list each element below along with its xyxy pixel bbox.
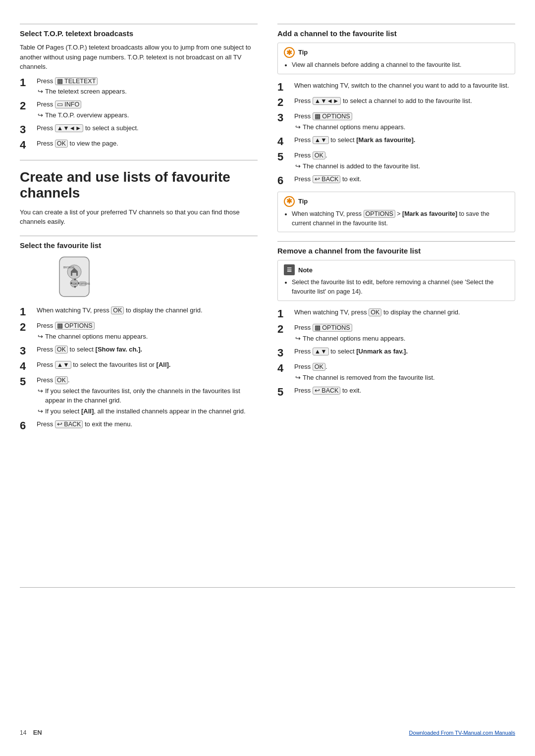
add-num-6: 6 bbox=[277, 175, 291, 187]
nav-sfav-4: ▲▼ bbox=[55, 361, 71, 369]
rem-num-4: 4 bbox=[277, 362, 291, 374]
add-content-5: Press OK. The channel is added to the fa… bbox=[294, 151, 515, 171]
rem-text-1: When watching TV, press bbox=[294, 308, 369, 316]
step-add-1: 1 When watching TV, switch to the channe… bbox=[277, 81, 515, 93]
create-fav-body: You can create a list of your preferred … bbox=[20, 207, 258, 227]
step-content-2: Press ▭ INFO The T.O.P. overview appears… bbox=[37, 100, 258, 120]
top-teletext-title: Select T.O.P. teletext broadcasts bbox=[20, 29, 258, 38]
sfav-text-6: Press bbox=[37, 420, 55, 428]
divider-create bbox=[20, 160, 258, 160]
note-item-1: Select the favourite list to edit, befor… bbox=[292, 278, 509, 297]
sfav-bold-3: [Show fav. ch.]. bbox=[96, 346, 142, 353]
add-text-5: Press bbox=[294, 151, 313, 159]
tip-icon-2: ✱ bbox=[284, 196, 295, 207]
footer-link[interactable]: Downloaded From TV-Manual.com Manuals bbox=[409, 730, 515, 736]
step-teletext-2: 2 Press ▭ INFO The T.O.P. overview appea… bbox=[20, 100, 258, 120]
step-text-1: Press bbox=[37, 77, 55, 85]
select-fav-steps: 1 When watching TV, press OK to display … bbox=[20, 306, 258, 432]
options-add-3: ▩ OPTIONS bbox=[313, 112, 352, 120]
options-sfav-2: ▩ OPTIONS bbox=[55, 322, 95, 330]
svg-rect-3 bbox=[72, 273, 76, 276]
sfav-num-1: 1 bbox=[20, 306, 34, 318]
right-column: Add a channel to the favourite list ✱ Ti… bbox=[277, 15, 515, 572]
sfav-arrow-2 bbox=[38, 332, 43, 342]
sfav-suffix-3: to select bbox=[68, 346, 96, 353]
options-rem-2: ▩ OPTIONS bbox=[313, 324, 352, 332]
sfav-content-3: Press OK to select [Show fav. ch.]. bbox=[37, 345, 258, 354]
top-teletext-body: Table Of Pages (T.O.P.) teletext broadca… bbox=[20, 43, 258, 72]
svg-text:◄: ◄ bbox=[69, 281, 73, 285]
add-content-1: When watching TV, switch to the channel … bbox=[294, 81, 515, 91]
step-teletext-1: 1 Press ▩ TELETEXT The teletext screen a… bbox=[20, 77, 258, 97]
nav-rem-3: ▲▼ bbox=[313, 348, 329, 355]
ok-add-5: OK bbox=[313, 151, 325, 159]
step-num-1: 1 bbox=[20, 77, 34, 89]
arrow-2 bbox=[38, 111, 43, 120]
sfav-num-4: 4 bbox=[20, 360, 34, 372]
back-rem-5: ↩ BACK bbox=[313, 387, 341, 395]
ok-sfav-5: OK bbox=[55, 376, 68, 384]
rem-sub-4: The channel is removed from the favourit… bbox=[295, 373, 515, 383]
add-content-4: Press ▲▼ to select [Mark as favourite]. bbox=[294, 136, 515, 145]
rem-content-1: When watching TV, press OK to display th… bbox=[294, 308, 515, 317]
sfav-text-2: Press bbox=[37, 322, 55, 329]
arrow-1 bbox=[38, 87, 43, 97]
rem-content-4: Press OK. The channel is removed from th… bbox=[294, 362, 515, 383]
rem-suffix-3: to select bbox=[329, 348, 357, 355]
nav-add-2: ▲▼◄► bbox=[313, 97, 341, 105]
nav-btn-3: ▲▼◄► bbox=[55, 124, 84, 132]
tip-box-2: ✱ Tip When watching TV, press OPTIONS > … bbox=[277, 192, 515, 233]
add-suffix-5: . bbox=[325, 151, 327, 159]
svg-text:OPTIONS: OPTIONS bbox=[80, 283, 90, 285]
add-suffix-2: to select a channel to add to the favour… bbox=[341, 97, 472, 104]
add-sub-text-3: The channel options menu appears. bbox=[303, 123, 405, 132]
rem-num-1: 1 bbox=[277, 308, 291, 320]
step-num-2: 2 bbox=[20, 100, 34, 112]
note-header: ☰ Note bbox=[284, 264, 509, 275]
step-suffix-3: to select a subject. bbox=[83, 124, 138, 132]
ok-sfav-3: OK bbox=[55, 346, 68, 353]
step-add-3: 3 Press ▩ OPTIONS The channel options me… bbox=[277, 112, 515, 132]
rem-num-2: 2 bbox=[277, 323, 291, 335]
tip-item-2-1: When watching TV, press OPTIONS > [Mark … bbox=[292, 209, 509, 228]
add-content-3: Press ▩ OPTIONS The channel options menu… bbox=[294, 112, 515, 132]
remove-fav-title: Remove a channel from the favourite list bbox=[277, 247, 515, 255]
rem-bold-3: [Unmark as fav.]. bbox=[356, 348, 408, 355]
teletext-btn: ▩ TELETEXT bbox=[55, 77, 98, 85]
add-text-4: Press bbox=[294, 136, 313, 144]
step-fav-4: 4 Press ▲▼ to select the favourites list… bbox=[20, 360, 258, 372]
sfav-content-2: Press ▩ OPTIONS The channel options menu… bbox=[37, 321, 258, 342]
step-fav-5: 5 Press OK. If you select the favourites… bbox=[20, 376, 258, 416]
step-teletext-3: 3 Press ▲▼◄► to select a subject. bbox=[20, 124, 258, 136]
sfav-bold-4: [All]. bbox=[157, 361, 171, 368]
sfav-suffix-4: to select the favourites list or bbox=[71, 361, 157, 368]
nav-add-4: ▲▼ bbox=[313, 136, 329, 144]
svg-text:▼: ▼ bbox=[73, 285, 77, 289]
step-rem-2: 2 Press ▩ OPTIONS The channel options me… bbox=[277, 323, 515, 344]
back-add-6: ↩ BACK bbox=[313, 175, 341, 183]
options-tip2: OPTIONS bbox=[364, 210, 395, 218]
sfav-content-5: Press OK. If you select the favourites l… bbox=[37, 376, 258, 416]
tip-label-2: Tip bbox=[298, 197, 308, 206]
create-fav-title: Create and use lists of favourite channe… bbox=[20, 169, 258, 201]
add-text-1: When watching TV, switch to the channel … bbox=[294, 82, 509, 89]
sfav-num-6: 6 bbox=[20, 420, 34, 432]
rem-text-4: Press bbox=[294, 363, 313, 370]
sfav-text-1: When watching TV, press bbox=[37, 306, 111, 314]
rem-content-2: Press ▩ OPTIONS The channel options menu… bbox=[294, 323, 515, 344]
add-content-6: Press ↩ BACK to exit. bbox=[294, 175, 515, 184]
remove-fav-steps: 1 When watching TV, press OK to display … bbox=[277, 308, 515, 398]
add-fav-title: Add a channel to the favourite list bbox=[277, 29, 515, 38]
step-fav-3: 3 Press OK to select [Show fav. ch.]. bbox=[20, 345, 258, 357]
step-fav-2: 2 Press ▩ OPTIONS The channel options me… bbox=[20, 321, 258, 342]
step-add-4: 4 Press ▲▼ to select [Mark as favourite]… bbox=[277, 136, 515, 148]
add-sub-5: The channel is added to the favourite li… bbox=[295, 162, 515, 171]
step-rem-3: 3 Press ▲▼ to select [Unmark as fav.]. bbox=[277, 347, 515, 359]
add-num-1: 1 bbox=[277, 81, 291, 93]
rem-text-2: Press bbox=[294, 324, 313, 331]
svg-text:BROWSE: BROWSE bbox=[63, 266, 75, 269]
divider-top bbox=[20, 24, 258, 24]
step-sub-text-1: The teletext screen appears. bbox=[45, 87, 127, 97]
step-text-4: Press bbox=[37, 140, 55, 147]
step-content-1: Press ▩ TELETEXT The teletext screen app… bbox=[37, 77, 258, 97]
